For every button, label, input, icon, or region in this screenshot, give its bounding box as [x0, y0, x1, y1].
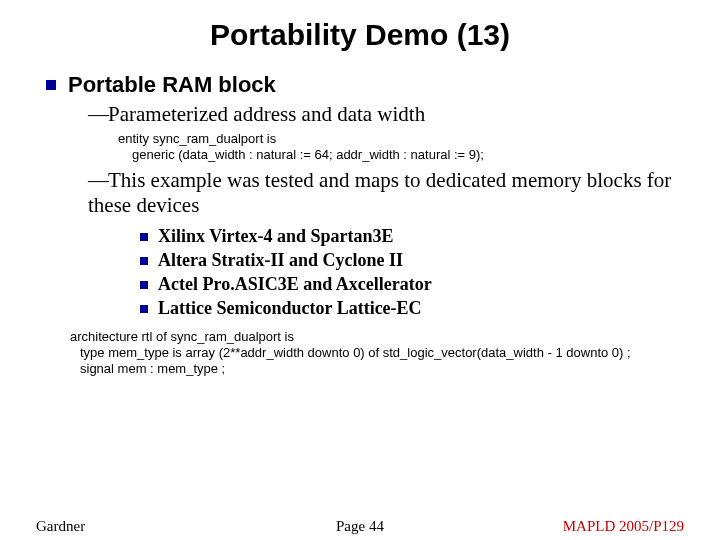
code-block-entity: entity sync_ram_dualport is generic (dat… [118, 131, 680, 164]
square-bullet-icon [140, 233, 148, 241]
footer-conference: MAPLD 2005/P129 [563, 518, 684, 535]
code-line: architecture rtl of sync_ram_dualport is [70, 329, 680, 345]
subpoint-2-text: This example was tested and maps to dedi… [88, 168, 671, 217]
heading-text: Portable RAM block [68, 72, 276, 97]
dash-icon: — [88, 168, 102, 193]
device-text: Lattice Semiconductor Lattice-EC [158, 298, 422, 318]
slide-title: Portability Demo (13) [40, 18, 680, 52]
square-bullet-icon [46, 80, 56, 90]
square-bullet-icon [140, 305, 148, 313]
code-line: type mem_type is array (2**addr_width do… [80, 345, 680, 361]
dash-icon: — [88, 102, 102, 127]
device-text: Altera Stratix-II and Cyclone II [158, 250, 403, 270]
device-item: Lattice Semiconductor Lattice-EC [140, 298, 680, 319]
code-block-architecture: architecture rtl of sync_ram_dualport is… [70, 329, 680, 378]
subpoint-1: —Parameterized address and data width [88, 102, 680, 127]
device-item: Actel Pro.ASIC3E and Axcellerator [140, 274, 680, 295]
device-text: Actel Pro.ASIC3E and Axcellerator [158, 274, 432, 294]
code-line: signal mem : mem_type ; [80, 361, 680, 377]
subpoint-2: —This example was tested and maps to ded… [88, 168, 680, 218]
code-line: generic (data_width : natural := 64; add… [132, 147, 680, 163]
square-bullet-icon [140, 281, 148, 289]
device-item: Xilinx Virtex-4 and Spartan3E [140, 226, 680, 247]
subpoint-1-text: Parameterized address and data width [108, 102, 425, 126]
device-item: Altera Stratix-II and Cyclone II [140, 250, 680, 271]
square-bullet-icon [140, 257, 148, 265]
device-text: Xilinx Virtex-4 and Spartan3E [158, 226, 394, 246]
slide: Portability Demo (13) Portable RAM block… [0, 0, 720, 540]
heading-row: Portable RAM block [46, 72, 680, 98]
code-line: entity sync_ram_dualport is [118, 131, 680, 147]
